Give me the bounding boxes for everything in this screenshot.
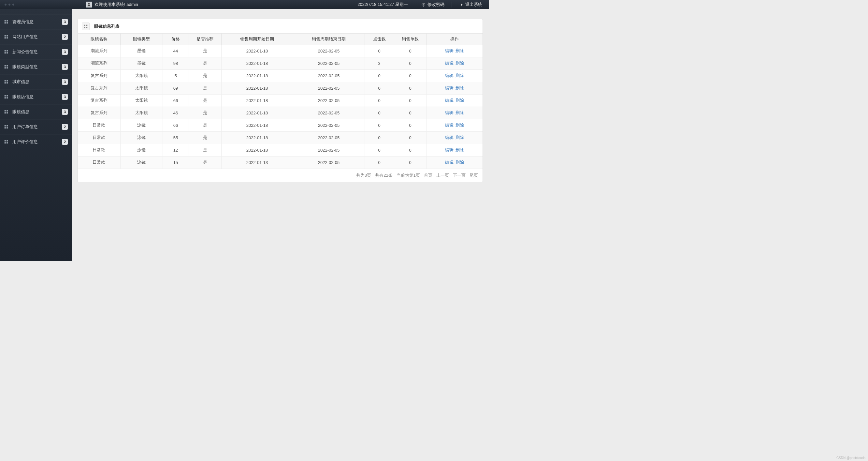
cell-type: 太阳镜 (120, 69, 163, 82)
cell-clicks: 0 (365, 156, 394, 169)
table-row: 复古系列太阳镜66是2022-01-182022-02-0500编辑删除 (78, 94, 483, 107)
dot-icon (8, 4, 10, 5)
edit-link[interactable]: 编辑 (445, 85, 454, 90)
table-row: 日常款泳镜55是2022-01-182022-02-0500编辑删除 (78, 132, 483, 144)
svg-rect-4 (5, 22, 6, 24)
sidebar-item[interactable]: 管理员信息3 (0, 15, 72, 29)
svg-rect-36 (5, 142, 6, 143)
sidebar-item[interactable]: 用户订单信息2 (0, 119, 72, 134)
cell-actions: 编辑删除 (427, 107, 483, 119)
cell-price: 46 (163, 107, 189, 119)
column-header: 销售单数 (394, 34, 427, 45)
sidebar-item[interactable]: 用户评价信息2 (0, 134, 72, 149)
sidebar-item[interactable]: 新闻公告信息3 (0, 44, 72, 59)
edit-link[interactable]: 编辑 (445, 135, 454, 140)
svg-rect-41 (86, 27, 87, 28)
pager-next[interactable]: 下一页 (453, 172, 466, 178)
svg-rect-9 (6, 37, 8, 38)
pager-last[interactable]: 尾页 (469, 172, 478, 178)
delete-link[interactable]: 删除 (456, 147, 464, 152)
cell-sold: 0 (394, 82, 427, 94)
sidebar-item[interactable]: 网站用户信息2 (0, 29, 72, 44)
cell-price: 44 (163, 45, 189, 57)
sidebar-item-label: 用户评价信息 (12, 139, 62, 145)
change-password-button[interactable]: 修改密码 (420, 2, 446, 7)
sidebar-badge: 2 (62, 139, 68, 145)
logout-button[interactable]: 退出系统 (458, 2, 484, 7)
cell-end: 2022-02-05 (293, 156, 365, 169)
panel-header: 眼镜信息列表 (78, 19, 483, 34)
cell-end: 2022-02-05 (293, 94, 365, 107)
svg-rect-12 (5, 52, 6, 54)
cell-type: 泳镜 (120, 144, 163, 156)
pager-current: 当前为第1页 (397, 172, 420, 178)
delete-link[interactable]: 删除 (456, 160, 464, 165)
sidebar-item[interactable]: 眼镜信息3 (0, 104, 72, 119)
panel: 眼镜信息列表 眼镜名称眼镜类型价格是否推荐销售周期开始日期销售周期结束日期点击数… (78, 19, 483, 182)
sidebar-item[interactable]: 眼镜类型信息3 (0, 59, 72, 74)
cell-sold: 0 (394, 57, 427, 69)
svg-rect-11 (6, 50, 8, 52)
cell-actions: 编辑删除 (427, 132, 483, 144)
cell-start: 2022-01-18 (221, 119, 293, 132)
cell-price: 5 (163, 69, 189, 82)
change-password-label: 修改密码 (428, 2, 444, 7)
pager-prev[interactable]: 上一页 (436, 172, 449, 178)
cell-start: 2022-01-18 (221, 69, 293, 82)
edit-link[interactable]: 编辑 (445, 73, 454, 78)
cell-rec: 是 (189, 156, 221, 169)
sidebar-item-label: 管理员信息 (12, 19, 62, 25)
edit-link[interactable]: 编辑 (445, 160, 454, 165)
cell-type: 泳镜 (120, 119, 163, 132)
edit-link[interactable]: 编辑 (445, 98, 454, 103)
svg-rect-3 (6, 20, 8, 22)
delete-link[interactable]: 删除 (456, 73, 464, 78)
svg-rect-29 (6, 112, 8, 113)
grid-icon (4, 94, 8, 99)
svg-rect-33 (6, 127, 8, 128)
edit-link[interactable]: 编辑 (445, 147, 454, 152)
sidebar-item[interactable]: 眼镜店信息3 (0, 89, 72, 104)
pager-first[interactable]: 首页 (424, 172, 432, 178)
table-row: 日常款泳镜12是2022-01-182022-02-0500编辑删除 (78, 144, 483, 156)
table-row: 日常款泳镜66是2022-01-182022-02-0500编辑删除 (78, 119, 483, 132)
svg-rect-13 (6, 52, 8, 54)
sidebar-item-label: 眼镜类型信息 (12, 64, 62, 70)
cell-rec: 是 (189, 57, 221, 69)
svg-rect-21 (6, 82, 8, 83)
grid-icon (4, 80, 8, 84)
delete-link[interactable]: 删除 (456, 98, 464, 103)
table-row: 日常款泳镜15是2022-01-132022-02-0500编辑删除 (78, 156, 483, 169)
svg-rect-17 (6, 67, 8, 68)
cell-actions: 编辑删除 (427, 45, 483, 57)
delete-link[interactable]: 删除 (456, 135, 464, 140)
cell-type: 泳镜 (120, 156, 163, 169)
delete-link[interactable]: 删除 (456, 123, 464, 127)
delete-link[interactable]: 删除 (456, 48, 464, 53)
cell-start: 2022-01-18 (221, 45, 293, 57)
sidebar-item-label: 眼镜信息 (12, 109, 62, 115)
cell-sold: 0 (394, 45, 427, 57)
table-row: 复古系列太阳镜46是2022-01-182022-02-0500编辑删除 (78, 107, 483, 119)
svg-rect-30 (5, 125, 6, 126)
grid-icon (4, 20, 8, 24)
cell-price: 55 (163, 132, 189, 144)
delete-link[interactable]: 删除 (456, 61, 464, 65)
edit-link[interactable]: 编辑 (445, 123, 454, 127)
edit-link[interactable]: 编辑 (445, 48, 454, 53)
edit-link[interactable]: 编辑 (445, 61, 454, 65)
delete-link[interactable]: 删除 (456, 110, 464, 115)
svg-rect-35 (6, 140, 8, 142)
cell-end: 2022-02-05 (293, 82, 365, 94)
sidebar-item[interactable]: 城市信息3 (0, 74, 72, 89)
cell-start: 2022-01-18 (221, 132, 293, 144)
cell-start: 2022-01-18 (221, 107, 293, 119)
column-header: 眼镜名称 (78, 34, 120, 45)
svg-rect-18 (5, 80, 6, 82)
grid-icon (4, 124, 8, 129)
cell-actions: 编辑删除 (427, 82, 483, 94)
sidebar-badge: 3 (62, 19, 68, 25)
panel-title: 眼镜信息列表 (94, 24, 120, 29)
delete-link[interactable]: 删除 (456, 85, 464, 90)
edit-link[interactable]: 编辑 (445, 110, 454, 115)
